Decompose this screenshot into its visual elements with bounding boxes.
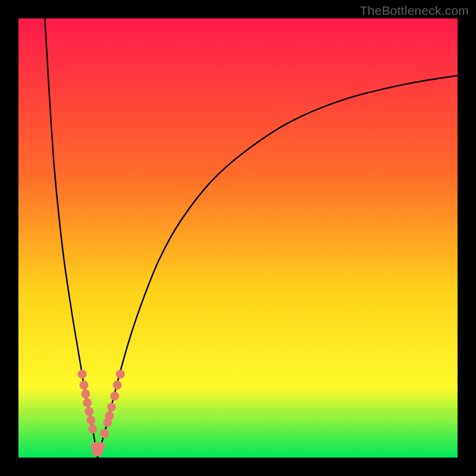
plot-area xyxy=(18,18,458,458)
data-marker xyxy=(78,369,87,378)
data-marker xyxy=(83,398,92,407)
data-marker xyxy=(100,429,109,438)
data-marker xyxy=(96,442,105,451)
data-marker xyxy=(107,403,116,412)
data-marker xyxy=(105,411,114,420)
data-marker xyxy=(84,407,93,416)
data-marker xyxy=(116,369,125,378)
data-marker xyxy=(110,392,119,400)
chart-frame: TheBottleneck.com xyxy=(0,0,476,476)
data-marker xyxy=(81,389,90,398)
data-marker xyxy=(86,416,95,425)
data-marker xyxy=(113,381,122,390)
watermark-text: TheBottleneck.com xyxy=(360,4,469,18)
data-marker xyxy=(79,381,88,390)
data-marker xyxy=(88,425,97,434)
chart-svg xyxy=(18,18,458,458)
